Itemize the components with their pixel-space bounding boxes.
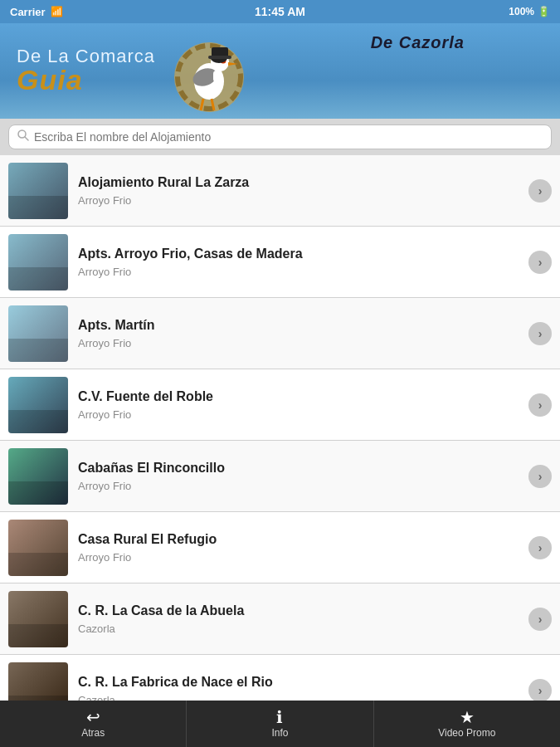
search-bar [0,119,560,155]
chevron-right-icon[interactable]: › [528,251,552,274]
list-item[interactable]: Casa Rural El RefugioArroyo Frio› [0,512,560,583]
tab-atras[interactable]: ↩Atras [0,701,187,747]
tab-icon-0: ↩ [86,709,100,725]
carrier-label: Carrier [10,6,46,18]
chevron-right-icon[interactable]: › [528,536,552,559]
tab-bar: ↩AtrasℹInfo★Video Promo [0,701,560,747]
listing-name: Alojamiento Rural La Zarza [78,174,519,192]
listing-name: C.V. Fuente del Roble [78,388,519,406]
chevron-right-icon[interactable]: › [528,679,552,701]
tab-label-1: Info [271,727,288,739]
tab-label-0: Atras [81,727,105,739]
listing-name: C. R. La Fabrica de Nace el Rio [78,674,519,691]
listing-location: Arroyo Frio [78,408,519,421]
battery-label: 100% [509,6,534,17]
list-item[interactable]: C.V. Fuente del RobleArroyo Frio› [0,369,560,441]
listing-location: Arroyo Frio [78,266,519,278]
listing-info: C. R. La Casa de la AbuelaCazorla [78,603,519,636]
listing-location: Arroyo Frio [78,551,519,564]
header-de-cazorla: De Cazorla [371,33,465,52]
listing-thumbnail [8,662,68,701]
listing-name: C. R. La Casa de la Abuela [78,603,519,620]
listing-thumbnail [8,234,68,290]
listing-name: Apts. Arroyo Frio, Casas de Madera [78,246,519,263]
listing-thumbnail [8,305,68,362]
header: De La Comarca Guia De Cazorla [0,23,560,119]
tab-info[interactable]: ℹInfo [187,701,373,747]
listing-info: Cabañas El RinconcilloArroyo Frio [78,460,519,493]
search-icon [17,129,29,144]
listing-thumbnail [8,591,68,647]
tab-icon-2: ★ [460,709,475,725]
listing-name: Casa Rural El Refugio [78,531,519,549]
listings-list: Alojamiento Rural La ZarzaArroyo Frio›Ap… [0,155,560,701]
chevron-right-icon[interactable]: › [528,179,552,203]
listing-location: Cazorla [78,622,519,635]
battery-icon: 🔋 [538,6,550,17]
listing-info: Casa Rural El RefugioArroyo Frio [78,531,519,564]
listing-thumbnail [8,448,68,505]
svg-rect-8 [213,71,222,82]
list-item[interactable]: Cabañas El RinconcilloArroyo Frio› [0,441,560,512]
listing-location: Cazorla [78,694,519,701]
list-item[interactable]: C. R. La Fabrica de Nace el RioCazorla› [0,655,560,701]
header-text: De La Comarca Guia [17,46,155,96]
list-item[interactable]: Apts. Arroyo Frio, Casas de MaderaArroyo… [0,227,560,298]
list-item[interactable]: Alojamiento Rural La ZarzaArroyo Frio› [0,155,560,227]
search-input[interactable] [34,130,543,144]
time-label: 11:45 AM [255,5,305,18]
listing-name: Apts. Martín [78,317,519,334]
list-item[interactable]: Apts. MartínArroyo Frio› [0,298,560,369]
listing-thumbnail [8,520,68,576]
listing-info: Apts. MartínArroyo Frio [78,317,519,350]
listing-location: Arroyo Frio [78,480,519,492]
chevron-right-icon[interactable]: › [528,393,552,417]
listing-location: Arroyo Frio [78,337,519,349]
status-bar: Carrier 📶 11:45 AM 100% 🔋 [0,0,560,23]
listing-info: Alojamiento Rural La ZarzaArroyo Frio [78,174,519,208]
listing-thumbnail [8,163,68,219]
chevron-right-icon[interactable]: › [528,465,552,488]
list-item[interactable]: C. R. La Casa de la AbuelaCazorla› [0,583,560,655]
search-input-wrap[interactable] [8,124,552,149]
chevron-right-icon[interactable]: › [528,322,552,345]
tab-video-promo[interactable]: ★Video Promo [374,701,560,747]
tab-label-2: Video Promo [438,727,495,739]
listing-info: C.V. Fuente del RobleArroyo Frio [78,388,519,422]
listing-thumbnail [8,377,68,433]
tab-icon-1: ℹ [276,709,283,725]
listing-name: Cabañas El Rinconcillo [78,460,519,477]
svg-rect-13 [208,56,231,59]
listing-info: C. R. La Fabrica de Nace el RioCazorla [78,674,519,701]
listing-info: Apts. Arroyo Frio, Casas de MaderaArroyo… [78,246,519,279]
wifi-icon: 📶 [51,6,63,17]
svg-line-15 [25,137,28,140]
chevron-right-icon[interactable]: › [528,608,552,631]
app-logo [155,27,246,115]
header-title: Guia [17,64,83,96]
listing-location: Arroyo Frio [78,194,519,207]
